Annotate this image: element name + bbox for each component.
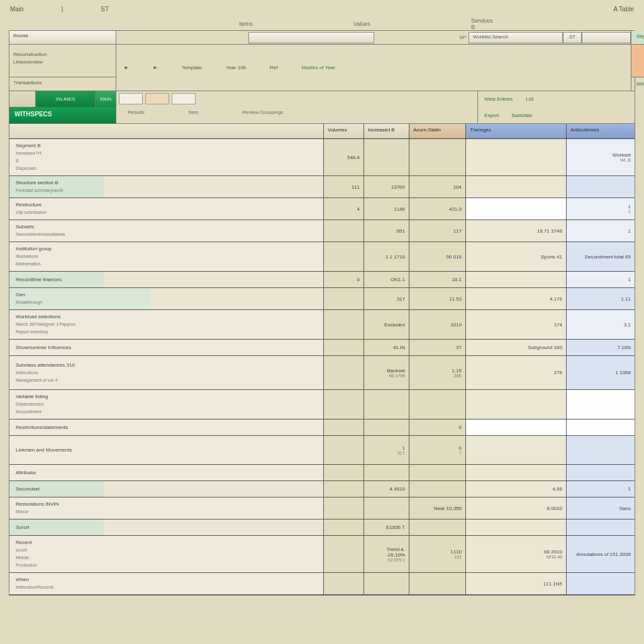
- menu-main[interactable]: Main: [10, 6, 24, 13]
- cell[interactable]: [324, 242, 364, 271]
- cell[interactable]: [567, 419, 635, 435]
- cell[interactable]: 3.1: [567, 310, 635, 339]
- cell[interactable]: 1: [567, 220, 635, 242]
- cell[interactable]: 1 1068: [567, 356, 635, 389]
- card3[interactable]: [172, 93, 196, 104]
- cell[interactable]: Excluded: [364, 310, 409, 339]
- cell[interactable]: [324, 573, 364, 594]
- cell[interactable]: 56 018: [409, 242, 466, 271]
- cell[interactable]: 1146: [364, 198, 409, 219]
- cell[interactable]: 37: [409, 340, 466, 355]
- cell[interactable]: 174: [466, 310, 567, 339]
- cell[interactable]: [567, 465, 635, 480]
- cell[interactable]: [364, 390, 409, 419]
- cell[interactable]: Segment BIncreased P4BDispersals: [9, 139, 324, 175]
- cell[interactable]: SubsetsSecondment/miscellanea: [9, 220, 324, 242]
- cell[interactable]: ON1.1: [364, 272, 409, 287]
- cell[interactable]: 18.1: [409, 272, 466, 287]
- cell[interactable]: Variable listingDependenciesAccountment: [9, 390, 324, 419]
- cell[interactable]: [324, 481, 364, 497]
- doc-title-input[interactable]: Ihouse: [9, 31, 116, 45]
- lbl-export[interactable]: Export: [484, 113, 499, 118]
- cell[interactable]: Restorations INVINMiscor: [9, 497, 324, 519]
- cell[interactable]: [466, 198, 567, 219]
- cell[interactable]: 421.0: [409, 198, 466, 219]
- cell[interactable]: [567, 519, 635, 535]
- cell[interactable]: 1110101: [409, 536, 466, 572]
- cell[interactable]: Annotations of 151.3938: [567, 536, 635, 572]
- cell[interactable]: [324, 220, 364, 242]
- cell[interactable]: 8.0010: [466, 497, 567, 519]
- withspecs-tab[interactable]: WITHSPECS: [9, 107, 116, 123]
- cell[interactable]: 0: [409, 419, 466, 435]
- play2-icon[interactable]: ►: [153, 65, 158, 70]
- cell[interactable]: [567, 436, 635, 464]
- cell[interactable]: 051: [364, 220, 409, 242]
- cell[interactable]: [324, 310, 364, 339]
- cell[interactable]: [364, 139, 409, 175]
- cell[interactable]: [466, 272, 567, 287]
- cell[interactable]: 1.11: [567, 288, 635, 309]
- cell[interactable]: 111: [324, 176, 364, 197]
- field-a[interactable]: [248, 32, 374, 43]
- cell[interactable]: [466, 436, 567, 464]
- cell[interactable]: [324, 497, 364, 519]
- cell[interactable]: [409, 465, 466, 480]
- cell[interactable]: [409, 139, 466, 175]
- cell[interactable]: 1: [567, 272, 635, 287]
- cell[interactable]: [567, 176, 635, 197]
- cell[interactable]: [324, 519, 364, 535]
- cell[interactable]: 07: [409, 436, 466, 464]
- cell[interactable]: [324, 436, 364, 464]
- cell[interactable]: Restructure10p submission: [9, 198, 324, 219]
- cell[interactable]: 18.71 3748: [466, 220, 567, 242]
- cell[interactable]: 278: [466, 356, 567, 389]
- cell[interactable]: GenBreakthrough: [9, 288, 324, 309]
- cell[interactable]: [324, 356, 364, 389]
- cell[interactable]: [324, 340, 364, 355]
- cell[interactable]: Sans: [567, 497, 635, 519]
- cell[interactable]: 151T: [364, 436, 409, 464]
- lbl-subtot[interactable]: Subtotals: [511, 113, 532, 118]
- colhead-5[interactable]: Anticotenses: [567, 124, 635, 138]
- cell[interactable]: [466, 465, 567, 480]
- cell[interactable]: [364, 497, 409, 519]
- cell[interactable]: [466, 139, 567, 175]
- cell[interactable]: [409, 573, 466, 594]
- cell[interactable]: 0: [324, 272, 364, 287]
- submenu-b[interactable]: Values: [353, 21, 370, 27]
- colhead-1[interactable]: Volumes: [324, 124, 364, 138]
- upper-left-bottom[interactable]: Transactions: [9, 77, 116, 91]
- field-d[interactable]: [582, 32, 631, 43]
- cell[interactable]: 4.176: [466, 288, 567, 309]
- cell[interactable]: Workload selectionsMarch 387/designer J.…: [9, 310, 324, 339]
- cell[interactable]: Subclass attendances 310InstructionsMana…: [9, 356, 324, 389]
- cell[interactable]: [409, 519, 466, 535]
- cell[interactable]: 4.4810: [364, 481, 409, 497]
- cell[interactable]: [324, 465, 364, 480]
- cell[interactable]: [466, 419, 567, 435]
- cell[interactable]: Sorort: [9, 519, 324, 535]
- cell[interactable]: Attributor: [9, 465, 324, 480]
- cell[interactable]: 540.4: [324, 139, 364, 175]
- menu-st[interactable]: ST: [101, 6, 109, 13]
- cell[interactable]: [364, 465, 409, 480]
- cell[interactable]: Recordtime finances: [9, 272, 324, 287]
- cell[interactable]: [409, 481, 466, 497]
- menu-right[interactable]: A Table: [613, 6, 634, 13]
- cell[interactable]: Secondment total 65: [567, 242, 635, 271]
- field-search[interactable]: Worklist Search: [469, 32, 563, 43]
- colhead-4[interactable]: Thereges: [466, 124, 567, 138]
- cell[interactable]: Sports 41: [466, 242, 567, 271]
- cell[interactable]: Near 10,350: [409, 497, 466, 519]
- tmpl-label[interactable]: Template: [182, 65, 202, 70]
- cell[interactable]: [364, 419, 409, 435]
- cell[interactable]: Linkmen and Movements: [9, 436, 324, 464]
- cell[interactable]: WhenInstruction/Records: [9, 573, 324, 594]
- submenu-c[interactable]: Services B: [471, 18, 493, 30]
- cell[interactable]: RecentsorortMinuteProduction: [9, 536, 324, 572]
- colhead-0[interactable]: [9, 124, 324, 138]
- cell[interactable]: 7.16N: [567, 340, 635, 355]
- cell[interactable]: E1856 T: [364, 519, 409, 535]
- cell[interactable]: Shownummer Influences: [9, 340, 324, 355]
